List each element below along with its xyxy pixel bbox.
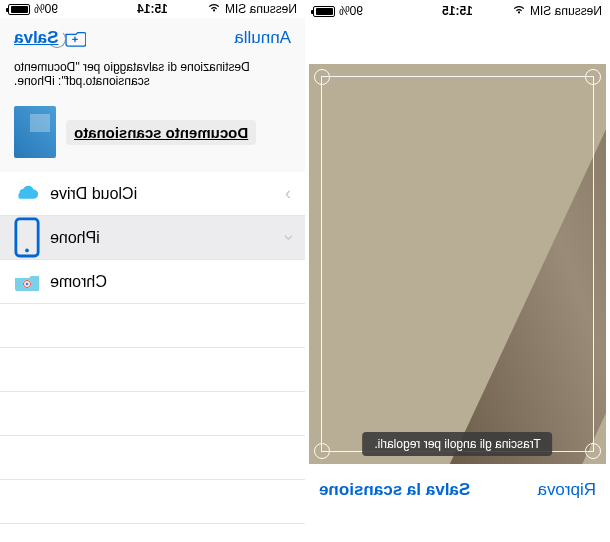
location-list: › iCloud Drive › iPhone Chrome — [0, 172, 305, 542]
save-screen: Nessuna SIM 15:14 90% Annulla Salva Dest… — [0, 0, 305, 542]
scanner-screen: Nessuna SIM 15:15 90% Trascina gli angol… — [305, 0, 610, 542]
scanner-body: Trascina gli angoli per regolarli. Ripro… — [305, 22, 610, 542]
status-bar: Nessuna SIM 15:14 90% — [0, 0, 305, 18]
wifi-icon — [512, 4, 526, 18]
svg-point-1 — [25, 249, 29, 253]
empty-row — [0, 436, 305, 480]
iphone-icon — [14, 228, 40, 248]
save-header: Annulla Salva — [0, 18, 305, 56]
crop-hint: Trascina gli angoli per regolarli. — [362, 432, 552, 456]
scan-preview[interactable]: Trascina gli angoli per regolarli. — [309, 64, 606, 464]
new-folder-icon[interactable] — [64, 29, 86, 47]
crop-handle-tr[interactable] — [314, 69, 330, 85]
svg-point-4 — [26, 282, 29, 285]
empty-row — [0, 304, 305, 348]
battery-icon — [313, 6, 335, 17]
retry-button[interactable]: Riprova — [537, 480, 596, 500]
clock: 15:15 — [442, 4, 473, 18]
empty-row — [0, 348, 305, 392]
carrier-label: Nessuna SIM — [530, 4, 602, 18]
save-description: Destinazione di salvataggio per "Documen… — [14, 60, 291, 88]
clock: 15:14 — [137, 2, 168, 16]
chevron-right-icon: › — [285, 183, 291, 204]
icloud-icon — [14, 184, 40, 204]
battery-icon — [8, 4, 30, 15]
save-scan-button[interactable]: Salva la scansione — [319, 480, 470, 500]
location-chrome[interactable]: Chrome — [0, 260, 305, 304]
cancel-button[interactable]: Annulla — [234, 28, 291, 48]
empty-row — [0, 524, 305, 542]
wifi-icon — [207, 2, 221, 16]
location-iphone[interactable]: › iPhone — [0, 216, 305, 260]
battery-percent: 90% — [34, 2, 58, 16]
location-icloud-drive[interactable]: › iCloud Drive — [0, 172, 305, 216]
empty-row — [0, 480, 305, 524]
document-thumbnail — [14, 106, 56, 158]
crop-handle-bl[interactable] — [585, 443, 601, 459]
loading-spinner-icon — [48, 30, 66, 48]
crop-handle-br[interactable] — [314, 443, 330, 459]
status-bar: Nessuna SIM 15:15 90% — [305, 0, 610, 22]
crop-handle-tl[interactable] — [585, 69, 601, 85]
battery-percent: 90% — [339, 4, 363, 18]
document-row: Documento scansionato — [0, 98, 305, 172]
carrier-label: Nessuna SIM — [225, 2, 297, 16]
empty-row — [0, 392, 305, 436]
chrome-folder-icon — [14, 272, 40, 292]
crop-frame[interactable] — [321, 76, 594, 452]
document-name-field[interactable]: Documento scansionato — [66, 120, 256, 145]
chevron-down-icon: › — [278, 235, 299, 241]
